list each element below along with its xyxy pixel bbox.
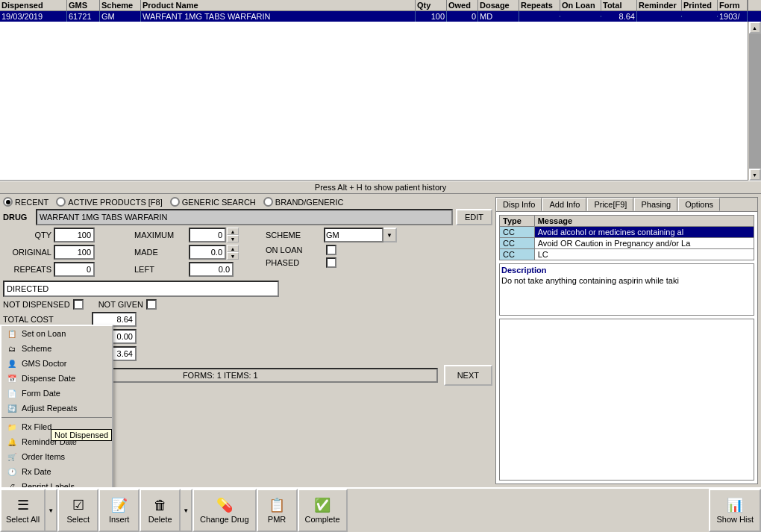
menu-item-scheme[interactable]: 🗂 Scheme bbox=[1, 341, 112, 356]
col-header-dispensed: Dispensed bbox=[0, 0, 67, 10]
radio-generic-search[interactable]: GENERIC SEARCH bbox=[170, 197, 256, 207]
menu-item-reprint-labels[interactable]: 🖨 Reprint Labels bbox=[1, 479, 112, 487]
maximum-spin-up[interactable]: ▲ bbox=[227, 228, 239, 235]
tab-price[interactable]: Price[F9] bbox=[587, 198, 633, 211]
next-button[interactable]: NEXT bbox=[444, 365, 492, 386]
toolbar: ☰ Select All ▼ ☑ Select 📝 Insert 🗑 Delet… bbox=[0, 487, 761, 532]
delete-group: 🗑 Delete ▼ bbox=[140, 489, 192, 532]
left-input[interactable] bbox=[189, 262, 234, 277]
col-message: Message bbox=[534, 216, 754, 227]
scheme-label: SCHEME bbox=[266, 231, 322, 240]
menu-item-set-on-loan[interactable]: 📋 Set on Loan bbox=[1, 326, 112, 341]
insert-label: Insert bbox=[109, 515, 130, 524]
delete-button[interactable]: 🗑 Delete bbox=[140, 489, 181, 532]
tab-phasing[interactable]: Phasing bbox=[634, 198, 677, 211]
menu-item-order-items[interactable]: 🛒 Order Items bbox=[1, 449, 112, 464]
cell-qty: 100 bbox=[416, 11, 447, 22]
description-label: Description bbox=[501, 266, 752, 275]
menu-item-dispense-date[interactable]: 📅 Dispense Date bbox=[1, 371, 112, 386]
description-text: Do not take anything containing aspirin … bbox=[501, 276, 752, 313]
cell-reminder bbox=[637, 16, 682, 17]
not-dispensed-checkbox[interactable] bbox=[73, 299, 84, 310]
message-row-1[interactable]: CC Avoid OR Caution in Pregnancy and/or … bbox=[500, 238, 754, 249]
tab-disp-info[interactable]: Disp Info bbox=[496, 198, 542, 211]
scrollbar-up-btn[interactable]: ▲ bbox=[749, 22, 761, 34]
table-row[interactable]: 19/03/2019 61721 GM WARFANT 1MG TABS WAR… bbox=[0, 11, 761, 22]
radio-row: RECENT ACTIVE PRODUCTS [F8] GENERIC SEAR… bbox=[3, 197, 492, 207]
cell-printed bbox=[682, 16, 718, 17]
tab-options[interactable]: Options bbox=[678, 198, 720, 211]
cell-onloan bbox=[560, 16, 601, 17]
scrollbar-down-btn[interactable]: ▼ bbox=[749, 169, 761, 181]
delete-dropdown-arrow[interactable]: ▼ bbox=[181, 489, 192, 532]
msg-type-1: CC bbox=[500, 238, 535, 249]
directions-input[interactable] bbox=[3, 281, 279, 297]
col-header-onloan: On Loan bbox=[560, 0, 601, 10]
table-header: Dispensed GMS Scheme Product Name Qty Ow… bbox=[0, 0, 761, 11]
description-section: Description Do not take anything contain… bbox=[499, 263, 754, 316]
message-row-2[interactable]: CC LC bbox=[500, 249, 754, 260]
repeats-input[interactable] bbox=[54, 262, 95, 277]
msg-type-2: CC bbox=[500, 249, 535, 260]
show-hist-icon: 📊 bbox=[727, 497, 743, 513]
pmr-button[interactable]: 📋 PMR bbox=[257, 489, 298, 532]
phased-checkbox[interactable] bbox=[326, 257, 336, 268]
menu-item-gms-doctor[interactable]: 👤 GMS Doctor bbox=[1, 356, 112, 371]
cell-total: 8.64 bbox=[601, 11, 637, 22]
msg-text-1: Avoid OR Caution in Pregnancy and/or La bbox=[534, 238, 754, 249]
col-header-dosage: Dosage bbox=[478, 0, 519, 10]
insert-button[interactable]: 📝 Insert bbox=[98, 489, 140, 532]
made-spin-down[interactable]: ▼ bbox=[227, 252, 239, 260]
cell-form: 1903/ bbox=[718, 11, 748, 22]
context-menu: 📋 Set on Loan 🗂 Scheme 👤 GMS Doctor 📅 Di… bbox=[0, 325, 113, 487]
pmr-label: PMR bbox=[268, 515, 286, 524]
made-spin-up[interactable]: ▲ bbox=[227, 245, 239, 252]
col-header-owed: Owed bbox=[447, 0, 478, 10]
qty-input[interactable] bbox=[54, 228, 95, 242]
status-bar: Press Alt + H to show patient history bbox=[0, 181, 761, 194]
made-label: MADE bbox=[134, 248, 187, 257]
radio-active-products[interactable]: ACTIVE PRODUCTS [F8] bbox=[56, 197, 163, 207]
tab-add-info[interactable]: Add Info bbox=[542, 198, 586, 211]
phased-label: PHASED bbox=[266, 258, 322, 267]
not-given-checkbox[interactable] bbox=[146, 299, 157, 310]
drug-input[interactable] bbox=[36, 209, 453, 225]
select-button[interactable]: ☑ Select bbox=[57, 489, 98, 532]
change-drug-button[interactable]: 💊 Change Drug bbox=[192, 489, 256, 532]
not-given-label: NOT GIVEN bbox=[98, 300, 143, 309]
show-hist-button[interactable]: 📊 Show Hist bbox=[709, 489, 761, 532]
cell-repeats bbox=[519, 16, 560, 17]
complete-icon: ✅ bbox=[314, 497, 331, 513]
qty-label: QTY bbox=[3, 231, 51, 240]
total-cost-label: TOTAL COST bbox=[3, 315, 89, 324]
menu-item-adjust-repeats[interactable]: 🔄 Adjust Repeats bbox=[1, 401, 112, 416]
scheme-dropdown-arrow[interactable]: ▼ bbox=[383, 228, 397, 242]
radio-brand-generic[interactable]: BRAND/GENERIC bbox=[263, 197, 344, 207]
col-type: Type bbox=[500, 216, 535, 227]
delete-label: Delete bbox=[148, 515, 172, 524]
made-input[interactable] bbox=[189, 245, 226, 260]
message-row-0[interactable]: CC Avoid alcohol or medicines containing… bbox=[500, 227, 754, 238]
tab-bar: Disp Info Add Info Price[F9] Phasing Opt… bbox=[496, 198, 757, 212]
cell-gms: 61721 bbox=[67, 11, 100, 22]
repeats-label: REPEATS bbox=[3, 265, 51, 274]
drug-label: DRUG bbox=[3, 213, 33, 222]
edit-button[interactable]: EDIT bbox=[456, 209, 492, 225]
menu-item-form-date[interactable]: 📄 Form Date bbox=[1, 386, 112, 401]
maximum-spin-down[interactable]: ▼ bbox=[227, 235, 239, 242]
radio-recent[interactable]: RECENT bbox=[3, 197, 48, 207]
complete-button[interactable]: ✅ Complete bbox=[298, 489, 348, 532]
onloan-checkbox[interactable] bbox=[326, 245, 336, 255]
original-input[interactable] bbox=[54, 245, 95, 260]
scheme-select[interactable]: GM bbox=[324, 228, 383, 242]
select-dropdown-arrow[interactable]: ▼ bbox=[46, 489, 57, 532]
maximum-input[interactable] bbox=[189, 228, 226, 242]
col-header-qty: Qty bbox=[416, 0, 447, 10]
select-all-button[interactable]: ☰ Select All bbox=[0, 489, 46, 532]
select-label: Select bbox=[66, 515, 90, 524]
select-all-icon: ☰ bbox=[17, 497, 29, 513]
cell-owed: 0 bbox=[447, 11, 478, 22]
col-header-total: Total bbox=[601, 0, 637, 10]
insert-icon: 📝 bbox=[111, 497, 128, 513]
menu-item-rx-date[interactable]: 🕐 Rx Date bbox=[1, 464, 112, 479]
